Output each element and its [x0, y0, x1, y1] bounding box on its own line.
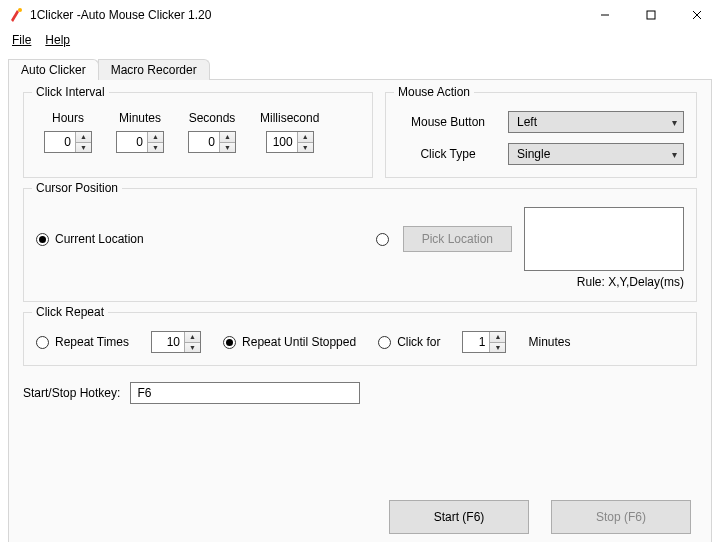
input-repeat-times[interactable] [152, 332, 184, 352]
label-minutes-suffix: Minutes [528, 335, 570, 349]
input-hours[interactable] [45, 132, 75, 152]
button-start[interactable]: Start (F6) [389, 500, 529, 534]
group-click-interval: Click Interval Hours ▲▼ Minutes ▲▼ [23, 92, 373, 178]
spin-down-icon[interactable]: ▼ [76, 143, 91, 153]
radio-click-for[interactable]: Click for [378, 335, 440, 349]
legend-cursor-position: Cursor Position [32, 181, 122, 195]
label-seconds: Seconds [189, 111, 236, 125]
group-click-repeat: Click Repeat Repeat Times ▲▼ Repeat Unti… [23, 312, 697, 366]
radio-label: Repeat Until Stopped [242, 335, 356, 349]
titlebar: 1Clicker -Auto Mouse Clicker 1.20 [0, 0, 720, 30]
spin-up-icon[interactable]: ▲ [220, 132, 235, 143]
svg-point-0 [18, 8, 22, 12]
tab-label: Macro Recorder [111, 63, 197, 77]
spin-up-icon[interactable]: ▲ [490, 332, 505, 343]
spin-down-icon[interactable]: ▼ [185, 343, 200, 353]
radio-dot-icon [36, 336, 49, 349]
spin-down-icon[interactable]: ▼ [148, 143, 163, 153]
label-minutes: Minutes [119, 111, 161, 125]
spinner-ms[interactable]: ▲▼ [266, 131, 314, 153]
tabstrip: Auto Clicker Macro Recorder [8, 58, 712, 80]
spin-up-icon[interactable]: ▲ [298, 132, 313, 143]
radio-repeat-times[interactable]: Repeat Times [36, 335, 129, 349]
combo-value: Single [517, 147, 550, 161]
spin-up-icon[interactable]: ▲ [185, 332, 200, 343]
label-click-type: Click Type [398, 147, 498, 161]
svg-rect-2 [647, 11, 655, 19]
button-label: Stop (F6) [596, 510, 646, 524]
input-minutes[interactable] [117, 132, 147, 152]
input-seconds[interactable] [189, 132, 219, 152]
tab-macro-recorder[interactable]: Macro Recorder [98, 59, 210, 80]
spinner-repeat-times[interactable]: ▲▼ [151, 331, 201, 353]
app-icon [8, 7, 24, 23]
group-mouse-action: Mouse Action Mouse Button Left ▾ Click T… [385, 92, 697, 178]
group-cursor-position: Cursor Position Current Location Pick Lo… [23, 188, 697, 302]
button-label: Pick Location [422, 232, 493, 246]
label-hotkey: Start/Stop Hotkey: [23, 386, 120, 400]
maximize-button[interactable] [628, 0, 674, 29]
tab-auto-clicker[interactable]: Auto Clicker [8, 59, 99, 80]
input-click-for[interactable] [463, 332, 489, 352]
radio-dot-icon [378, 336, 391, 349]
label-rule: Rule: X,Y,Delay(ms) [36, 275, 684, 289]
window-title: 1Clicker -Auto Mouse Clicker 1.20 [30, 8, 211, 22]
radio-dot-icon [376, 233, 389, 246]
legend-click-interval: Click Interval [32, 85, 109, 99]
textarea-locations[interactable] [524, 207, 684, 271]
input-hotkey[interactable] [130, 382, 360, 404]
spin-up-icon[interactable]: ▲ [76, 132, 91, 143]
spinner-minutes[interactable]: ▲▼ [116, 131, 164, 153]
legend-click-repeat: Click Repeat [32, 305, 108, 319]
combo-mouse-button[interactable]: Left ▾ [508, 111, 684, 133]
button-label: Start (F6) [434, 510, 485, 524]
spin-down-icon[interactable]: ▼ [490, 343, 505, 353]
spinner-hours[interactable]: ▲▼ [44, 131, 92, 153]
radio-label: Click for [397, 335, 440, 349]
spinner-click-for[interactable]: ▲▼ [462, 331, 506, 353]
window-controls [582, 0, 720, 29]
chevron-down-icon: ▾ [672, 117, 677, 128]
tab-label: Auto Clicker [21, 63, 86, 77]
chevron-down-icon: ▾ [672, 149, 677, 160]
menubar: File Help [0, 30, 720, 50]
label-hours: Hours [52, 111, 84, 125]
combo-value: Left [517, 115, 537, 129]
combo-click-type[interactable]: Single ▾ [508, 143, 684, 165]
menu-file[interactable]: File [6, 31, 37, 49]
spin-up-icon[interactable]: ▲ [148, 132, 163, 143]
close-button[interactable] [674, 0, 720, 29]
radio-dot-icon [36, 233, 49, 246]
button-stop[interactable]: Stop (F6) [551, 500, 691, 534]
spinner-seconds[interactable]: ▲▼ [188, 131, 236, 153]
minimize-button[interactable] [582, 0, 628, 29]
menu-help[interactable]: Help [39, 31, 76, 49]
radio-label: Repeat Times [55, 335, 129, 349]
radio-current-location[interactable]: Current Location [36, 232, 144, 246]
radio-repeat-until-stopped[interactable]: Repeat Until Stopped [223, 335, 356, 349]
spin-down-icon[interactable]: ▼ [220, 143, 235, 153]
label-ms: Millisecond [260, 111, 319, 125]
radio-dot-icon [223, 336, 236, 349]
button-pick-location[interactable]: Pick Location [403, 226, 512, 252]
input-ms[interactable] [267, 132, 297, 152]
label-mouse-button: Mouse Button [398, 115, 498, 129]
radio-label: Current Location [55, 232, 144, 246]
legend-mouse-action: Mouse Action [394, 85, 474, 99]
radio-pick-location[interactable] [376, 233, 389, 246]
spin-down-icon[interactable]: ▼ [298, 143, 313, 153]
tabpanel-auto-clicker: Click Interval Hours ▲▼ Minutes ▲▼ [8, 79, 712, 542]
